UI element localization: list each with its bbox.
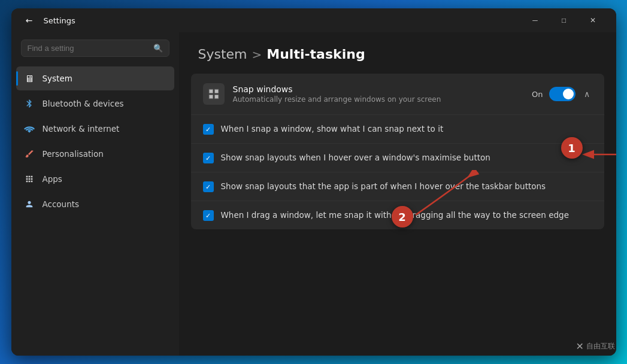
snap-windows-chevron[interactable]: ∧ [581,87,592,101]
snap-windows-text: Snap windows Automatically resize and ar… [233,84,524,104]
content-area: System > Multi-tasking [179,32,616,356]
checkbox-1[interactable]: ✓ [203,124,214,135]
arrow-2 [410,170,481,218]
breadcrumb-parent: System [198,47,247,62]
annotation-number-2: 2 [392,206,413,228]
sidebar-navigation: 🖥 System Bluetooth & devices [11,66,179,217]
sidebar-item-personalisation[interactable]: Personalisation [16,142,174,166]
annotation-number-1: 1 [561,137,583,159]
wifi-icon [23,123,35,135]
apps-icon [23,173,35,185]
main-layout: 🔍 🖥 System Bluetooth & devices [11,32,616,356]
snap-checkbox-row-1: ✓ When I snap a window, show what I can … [191,115,604,144]
snap-windows-header-row: Snap windows Automatically resize and ar… [191,74,604,115]
watermark: ✕ 自由互联 [576,341,615,352]
checkbox-label-2: Show snap layouts when I hover over a wi… [221,152,490,163]
sidebar-label-personalisation: Personalisation [43,149,104,159]
settings-window: ← Settings ─ □ ✕ 🔍 🖥 System [11,8,616,356]
monitor-icon: 🖥 [23,72,35,84]
snap-checkbox-row-3: ✓ Show snap layouts that the app is part… [191,172,604,201]
snap-windows-toggle[interactable] [549,87,575,101]
maximize-button[interactable]: □ [550,11,578,30]
sidebar-item-accounts[interactable]: Accounts [16,192,174,216]
back-button[interactable]: ← [21,12,38,29]
arrow-1 [579,145,616,163]
sidebar-item-network[interactable]: Network & internet [16,117,174,141]
close-button[interactable]: ✕ [579,11,607,30]
checkbox-2[interactable]: ✓ [203,153,214,163]
minimize-button[interactable]: ─ [522,11,549,30]
brush-icon [23,148,35,160]
snap-windows-desc: Automatically resize and arrange windows… [233,95,524,104]
checkbox-3[interactable]: ✓ [203,181,214,192]
sidebar-label-bluetooth: Bluetooth & devices [43,99,124,108]
window-title: Settings [44,16,75,25]
breadcrumb-current: Multi-tasking [266,47,365,62]
sidebar: 🔍 🖥 System Bluetooth & devices [11,32,179,356]
snap-windows-title: Snap windows [233,84,524,94]
snap-windows-card: Snap windows Automatically resize and ar… [191,74,604,229]
checkbox-4[interactable]: ✓ [203,210,214,221]
breadcrumb: System > Multi-tasking [198,47,597,62]
toggle-on-label: On [532,90,543,99]
sidebar-item-system[interactable]: 🖥 System [16,66,174,90]
sidebar-label-network: Network & internet [43,124,120,134]
search-input[interactable] [28,44,153,53]
sidebar-label-system: System [43,74,72,83]
window-controls: ─ □ ✕ [522,11,607,30]
watermark-text: 自由互联 [586,341,615,351]
snap-icon [203,83,225,105]
breadcrumb-separator: > [252,47,262,62]
sidebar-item-bluetooth[interactable]: Bluetooth & devices [16,92,174,116]
title-bar: ← Settings ─ □ ✕ [11,8,616,32]
sidebar-item-apps[interactable]: Apps [16,167,174,191]
checkbox-label-3: Show snap layouts that the app is part o… [221,181,546,192]
sidebar-label-apps: Apps [43,174,62,184]
toggle-thumb [563,89,574,99]
snap-checkbox-row-2: ✓ Show snap layouts when I hover over a … [191,144,604,172]
watermark-symbol: ✕ [576,341,584,352]
checkbox-label-1: When I snap a window, show what I can sn… [221,123,444,135]
snap-windows-control: On ∧ [532,87,592,101]
content-header: System > Multi-tasking [179,32,616,74]
bluetooth-icon [23,98,35,110]
content-wrapper: System > Multi-tasking [179,32,616,356]
search-box[interactable]: 🔍 [21,40,169,57]
sidebar-label-accounts: Accounts [43,199,80,209]
search-icon: 🔍 [153,44,163,53]
person-icon [23,198,35,210]
